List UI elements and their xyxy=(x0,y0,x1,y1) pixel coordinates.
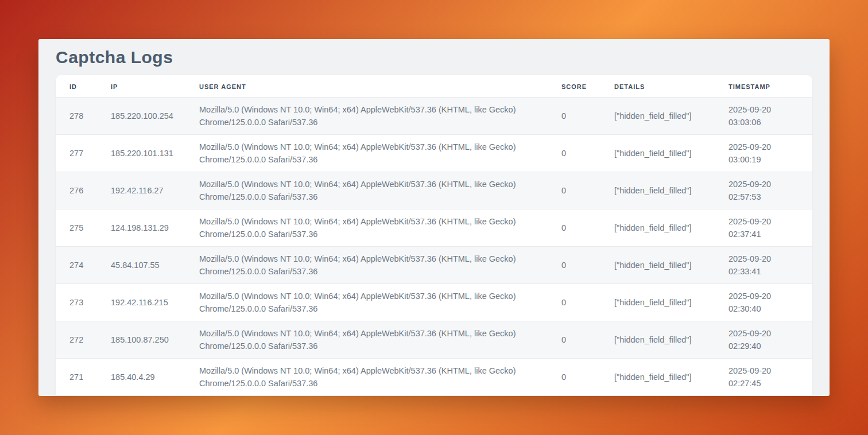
cell-timestamp: 2025-09-20 03:00:19 xyxy=(715,134,812,172)
cell-details: ["hidden_field_filled"] xyxy=(600,246,715,283)
cell-score: 0 xyxy=(548,358,600,395)
cell-id: 271 xyxy=(56,358,97,395)
cell-ip: 45.84.107.55 xyxy=(97,246,185,283)
cell-details: ["hidden_field_filled"] xyxy=(600,321,715,358)
cell-ip: 185.220.100.254 xyxy=(97,97,185,134)
cell-timestamp: 2025-09-20 02:30:40 xyxy=(715,283,812,321)
cell-score: 0 xyxy=(548,172,600,209)
column-header-id: ID xyxy=(56,75,97,97)
cell-score: 0 xyxy=(548,97,600,134)
cell-score: 0 xyxy=(548,283,600,321)
cell-details: ["hidden_field_filled"] xyxy=(600,209,715,246)
table-row: 271185.40.4.29Mozilla/5.0 (Windows NT 10… xyxy=(56,358,812,395)
cell-id: 276 xyxy=(56,172,97,209)
table-header: IDIPUSER AGENTSCOREDETAILSTIMESTAMP xyxy=(56,75,812,97)
cell-user_agent: Mozilla/5.0 (Windows NT 10.0; Win64; x64… xyxy=(185,246,548,283)
cell-ip: 124.198.131.29 xyxy=(97,209,185,246)
table-row: 276192.42.116.27Mozilla/5.0 (Windows NT … xyxy=(56,172,812,209)
cell-user_agent: Mozilla/5.0 (Windows NT 10.0; Win64; x64… xyxy=(185,358,548,395)
cell-score: 0 xyxy=(548,209,600,246)
cell-id: 272 xyxy=(56,321,97,358)
table-row: 27445.84.107.55Mozilla/5.0 (Windows NT 1… xyxy=(56,246,812,283)
table-row: 278185.220.100.254Mozilla/5.0 (Windows N… xyxy=(56,97,812,134)
column-header-timestamp: TIMESTAMP xyxy=(715,75,812,97)
logs-table-container: IDIPUSER AGENTSCOREDETAILSTIMESTAMP 2781… xyxy=(56,75,812,395)
cell-details: ["hidden_field_filled"] xyxy=(600,97,715,134)
table-header-row: IDIPUSER AGENTSCOREDETAILSTIMESTAMP xyxy=(56,75,812,97)
table-row: 272185.100.87.250Mozilla/5.0 (Windows NT… xyxy=(56,321,812,358)
cell-user_agent: Mozilla/5.0 (Windows NT 10.0; Win64; x64… xyxy=(185,97,548,134)
cell-timestamp: 2025-09-20 02:37:41 xyxy=(715,209,812,246)
cell-ip: 192.42.116.27 xyxy=(97,172,185,209)
logs-table: IDIPUSER AGENTSCOREDETAILSTIMESTAMP 2781… xyxy=(56,75,812,395)
page-title: Captcha Logs xyxy=(56,48,812,67)
cell-user_agent: Mozilla/5.0 (Windows NT 10.0; Win64; x64… xyxy=(185,209,548,246)
cell-id: 275 xyxy=(56,209,97,246)
cell-id: 273 xyxy=(56,283,97,321)
cell-details: ["hidden_field_filled"] xyxy=(600,358,715,395)
table-row: 273192.42.116.215Mozilla/5.0 (Windows NT… xyxy=(56,283,812,321)
cell-user_agent: Mozilla/5.0 (Windows NT 10.0; Win64; x64… xyxy=(185,283,548,321)
column-header-score: SCORE xyxy=(548,75,600,97)
cell-user_agent: Mozilla/5.0 (Windows NT 10.0; Win64; x64… xyxy=(185,134,548,172)
cell-details: ["hidden_field_filled"] xyxy=(600,134,715,172)
cell-ip: 185.40.4.29 xyxy=(97,358,185,395)
cell-id: 277 xyxy=(56,134,97,172)
cell-user_agent: Mozilla/5.0 (Windows NT 10.0; Win64; x64… xyxy=(185,321,548,358)
cell-score: 0 xyxy=(548,321,600,358)
cell-ip: 192.42.116.215 xyxy=(97,283,185,321)
cell-timestamp: 2025-09-20 02:33:41 xyxy=(715,246,812,283)
captcha-logs-card: Captcha Logs IDIPUSER AGENTSCOREDETAILST… xyxy=(38,39,830,396)
cell-details: ["hidden_field_filled"] xyxy=(600,283,715,321)
cell-details: ["hidden_field_filled"] xyxy=(600,172,715,209)
cell-id: 274 xyxy=(56,246,97,283)
cell-id: 278 xyxy=(56,97,97,134)
column-header-details: DETAILS xyxy=(600,75,715,97)
cell-timestamp: 2025-09-20 02:29:40 xyxy=(715,321,812,358)
cell-timestamp: 2025-09-20 03:03:06 xyxy=(715,97,812,134)
cell-timestamp: 2025-09-20 02:27:45 xyxy=(715,358,812,395)
table-body: 278185.220.100.254Mozilla/5.0 (Windows N… xyxy=(56,97,812,395)
cell-timestamp: 2025-09-20 02:57:53 xyxy=(715,172,812,209)
column-header-ip: IP xyxy=(97,75,185,97)
table-row: 275124.198.131.29Mozilla/5.0 (Windows NT… xyxy=(56,209,812,246)
cell-score: 0 xyxy=(548,134,600,172)
cell-score: 0 xyxy=(548,246,600,283)
cell-user_agent: Mozilla/5.0 (Windows NT 10.0; Win64; x64… xyxy=(185,172,548,209)
cell-ip: 185.100.87.250 xyxy=(97,321,185,358)
table-row: 277185.220.101.131Mozilla/5.0 (Windows N… xyxy=(56,134,812,172)
column-header-user_agent: USER AGENT xyxy=(185,75,548,97)
cell-ip: 185.220.101.131 xyxy=(97,134,185,172)
